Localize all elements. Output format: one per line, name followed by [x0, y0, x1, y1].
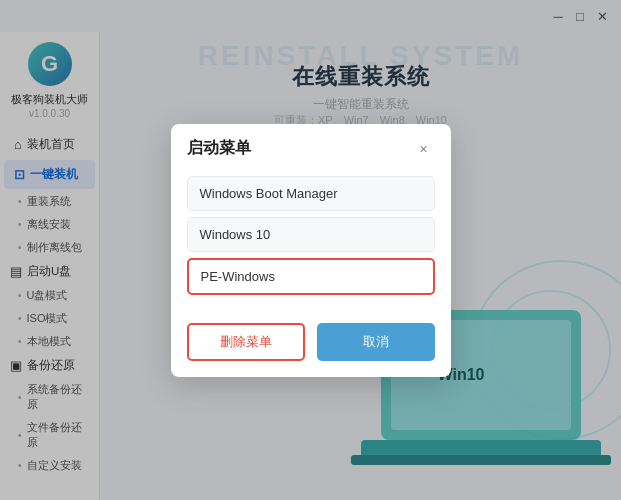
boot-option-w10-label: Windows 10 [200, 227, 271, 242]
modal-footer: 删除菜单 取消 [171, 313, 451, 377]
boot-option-wbm[interactable]: Windows Boot Manager [187, 176, 435, 211]
modal-overlay: 启动菜单 × Windows Boot Manager Windows 10 P… [0, 0, 621, 500]
modal-title: 启动菜单 [187, 138, 251, 159]
boot-option-pe-label: PE-Windows [201, 269, 275, 284]
cancel-button[interactable]: 取消 [317, 323, 435, 361]
boot-option-wbm-label: Windows Boot Manager [200, 186, 338, 201]
modal-close-button[interactable]: × [413, 138, 435, 160]
main-window: ─ □ ✕ G 极客狗装机大师 v1.0.0.30 ⌂ 装机首页 ⊡ 一键装机 … [0, 0, 621, 500]
boot-option-w10[interactable]: Windows 10 [187, 217, 435, 252]
delete-menu-button[interactable]: 删除菜单 [187, 323, 305, 361]
modal-header: 启动菜单 × [171, 124, 451, 170]
boot-option-pe[interactable]: PE-Windows [187, 258, 435, 295]
modal-body: Windows Boot Manager Windows 10 PE-Windo… [171, 176, 451, 313]
boot-menu-dialog: 启动菜单 × Windows Boot Manager Windows 10 P… [171, 124, 451, 377]
